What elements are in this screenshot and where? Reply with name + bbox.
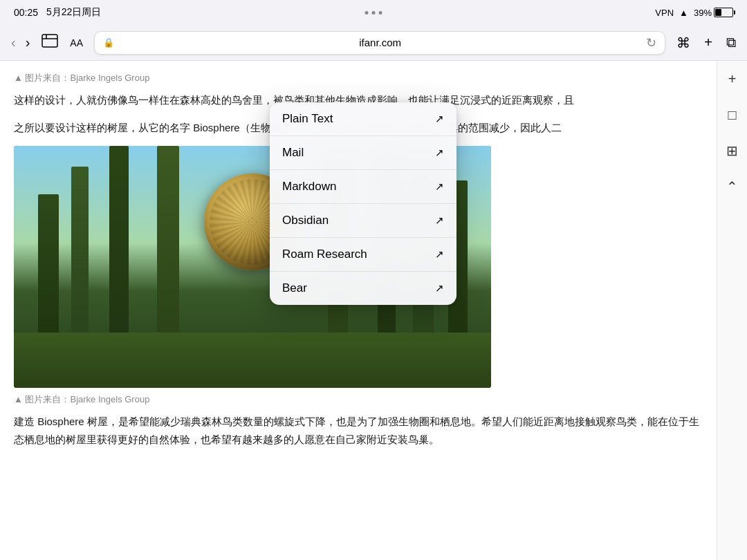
share-menu: Plain Text↗Mail↗Markdown↗Obsidian↗Roam R… bbox=[270, 102, 456, 305]
battery-box bbox=[714, 8, 733, 17]
svg-rect-0 bbox=[42, 35, 57, 47]
dot3 bbox=[379, 11, 382, 15]
menu-item-mail[interactable]: Mail↗ bbox=[270, 136, 456, 170]
status-bar: 00:25 5月22日周日 VPN ▲ 39% bbox=[0, 0, 747, 25]
url-display: ifanr.com bbox=[118, 37, 642, 48]
menu-item-markdown[interactable]: Markdown↗ bbox=[270, 170, 456, 204]
menu-item-obsidian[interactable]: Obsidian↗ bbox=[270, 204, 456, 238]
menu-item-label-obsidian: Obsidian bbox=[282, 214, 329, 227]
nav-buttons: ‹ › bbox=[11, 35, 30, 50]
wifi-icon: ▲ bbox=[679, 8, 688, 18]
main-content: ▲ 图片来自：Bjarke Ingels Group 这样的设计，人就仿佛像鸟一… bbox=[0, 61, 747, 560]
forward-button[interactable]: › bbox=[26, 35, 30, 50]
tabs-icon[interactable]: ⧉ bbox=[726, 35, 736, 50]
dot2 bbox=[372, 11, 376, 15]
status-center bbox=[365, 11, 382, 15]
address-bar[interactable]: 🔒 ifanr.com ↻ bbox=[94, 31, 665, 55]
command-icon[interactable]: ⌘ bbox=[676, 35, 690, 51]
back-button[interactable]: ‹ bbox=[11, 35, 16, 50]
menu-item-arrow-bear: ↗ bbox=[435, 282, 444, 295]
menu-item-plain-text[interactable]: Plain Text↗ bbox=[270, 102, 456, 136]
menu-item-arrow-markdown: ↗ bbox=[435, 180, 444, 193]
battery-fill bbox=[715, 9, 721, 16]
menu-item-arrow-plain-text: ↗ bbox=[435, 113, 444, 125]
battery-percent: 39% bbox=[694, 8, 712, 18]
menu-item-label-mail: Mail bbox=[282, 146, 304, 160]
menu-item-label-plain-text: Plain Text bbox=[282, 112, 333, 126]
menu-item-label-roam-research: Roam Research bbox=[282, 248, 367, 261]
lock-icon: 🔒 bbox=[103, 37, 114, 48]
menu-item-roam-research[interactable]: Roam Research↗ bbox=[270, 238, 456, 272]
menu-item-bear[interactable]: Bear↗ bbox=[270, 272, 456, 305]
refresh-icon[interactable]: ↻ bbox=[646, 35, 656, 50]
menu-item-arrow-roam-research: ↗ bbox=[435, 248, 444, 261]
dot1 bbox=[365, 11, 369, 15]
text-size-button[interactable]: AA bbox=[70, 37, 83, 48]
new-tab-icon[interactable]: + bbox=[704, 35, 712, 50]
bookmarks-icon[interactable] bbox=[41, 33, 59, 53]
vpn-label: VPN bbox=[655, 8, 674, 18]
menu-item-label-markdown: Markdown bbox=[282, 180, 336, 194]
browser-actions: ⌘ + ⧉ bbox=[676, 35, 736, 51]
time-display: 00:25 bbox=[14, 7, 38, 18]
date-display: 5月22日周日 bbox=[46, 6, 101, 19]
menu-item-arrow-mail: ↗ bbox=[435, 147, 444, 159]
menu-item-label-bear: Bear bbox=[282, 281, 307, 295]
status-left: 00:25 5月22日周日 bbox=[14, 6, 101, 19]
battery-indicator: 39% bbox=[694, 8, 733, 18]
menu-item-arrow-obsidian: ↗ bbox=[435, 214, 444, 227]
status-right: VPN ▲ 39% bbox=[655, 8, 733, 18]
dropdown-overlay: Plain Text↗Mail↗Markdown↗Obsidian↗Roam R… bbox=[0, 61, 747, 560]
browser-toolbar: ‹ › AA 🔒 ifanr.com ↻ ⌘ + ⧉ bbox=[0, 25, 747, 61]
